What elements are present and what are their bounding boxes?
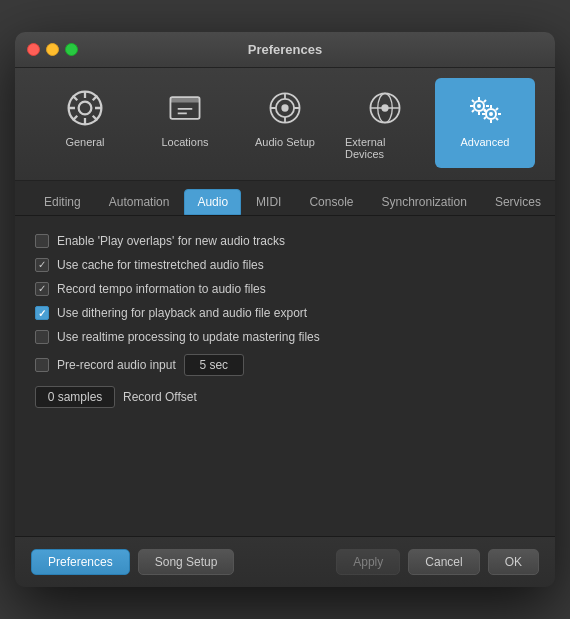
option-row-record-tempo: ✓ Record tempo information to audio file… xyxy=(35,282,535,296)
toolbar-item-external-devices[interactable]: External Devices xyxy=(335,78,435,168)
title-bar: Preferences xyxy=(15,32,555,68)
option-row-use-dithering: ✓ Use dithering for playback and audio f… xyxy=(35,306,535,320)
apply-button[interactable]: Apply xyxy=(336,549,400,575)
record-offset-label: Record Offset xyxy=(123,390,197,404)
option-row-use-cache: ✓ Use cache for timestretched audio file… xyxy=(35,258,535,272)
toolbar-general-label: General xyxy=(65,136,104,148)
tab-automation[interactable]: Automation xyxy=(96,189,183,215)
toolbar-item-locations[interactable]: Locations xyxy=(135,78,235,168)
svg-rect-11 xyxy=(170,97,199,102)
option-row-pre-record: Pre-record audio input xyxy=(35,354,535,376)
label-use-cache: Use cache for timestretched audio files xyxy=(57,258,264,272)
cancel-button[interactable]: Cancel xyxy=(408,549,479,575)
svg-point-26 xyxy=(477,104,481,108)
tab-console[interactable]: Console xyxy=(296,189,366,215)
traffic-lights xyxy=(27,43,78,56)
window-title: Preferences xyxy=(248,42,322,57)
toolbar-item-audio-setup[interactable]: Audio Setup xyxy=(235,78,335,168)
label-record-tempo: Record tempo information to audio files xyxy=(57,282,266,296)
tab-audio[interactable]: Audio xyxy=(184,189,241,215)
bottom-bar: Preferences Song Setup Apply Cancel OK xyxy=(15,536,555,587)
toolbar: General Locations xyxy=(15,68,555,181)
svg-point-1 xyxy=(79,102,92,115)
option-row-play-overlaps: Enable 'Play overlaps' for new audio tra… xyxy=(35,234,535,248)
tab-synchronization[interactable]: Synchronization xyxy=(368,189,479,215)
toolbar-advanced-label: Advanced xyxy=(461,136,510,148)
tab-bar: Editing Automation Audio MIDI Console Sy… xyxy=(15,181,555,216)
preferences-window: Preferences General xyxy=(15,32,555,587)
checkbox-use-dithering[interactable]: ✓ xyxy=(35,306,49,320)
toolbar-item-advanced[interactable]: Advanced xyxy=(435,78,535,168)
checkmark-use-dithering: ✓ xyxy=(38,308,46,319)
general-icon xyxy=(63,86,107,130)
record-offset-row: Record Offset xyxy=(35,386,535,408)
label-play-overlaps: Enable 'Play overlaps' for new audio tra… xyxy=(57,234,285,248)
pre-record-input[interactable] xyxy=(184,354,244,376)
tab-midi[interactable]: MIDI xyxy=(243,189,294,215)
tab-editing[interactable]: Editing xyxy=(31,189,94,215)
maximize-button[interactable] xyxy=(65,43,78,56)
song-setup-button[interactable]: Song Setup xyxy=(138,549,235,575)
label-realtime-processing: Use realtime processing to update master… xyxy=(57,330,320,344)
checkmark-use-cache: ✓ xyxy=(38,260,46,270)
minimize-button[interactable] xyxy=(46,43,59,56)
toolbar-locations-label: Locations xyxy=(161,136,208,148)
svg-point-28 xyxy=(489,112,493,116)
checkbox-play-overlaps[interactable] xyxy=(35,234,49,248)
audio-setup-icon xyxy=(263,86,307,130)
locations-icon xyxy=(163,86,207,130)
toolbar-item-general[interactable]: General xyxy=(35,78,135,168)
close-button[interactable] xyxy=(27,43,40,56)
ok-button[interactable]: OK xyxy=(488,549,539,575)
tab-services[interactable]: Services xyxy=(482,189,554,215)
option-row-realtime-processing: Use realtime processing to update master… xyxy=(35,330,535,344)
label-use-dithering: Use dithering for playback and audio fil… xyxy=(57,306,307,320)
preferences-button[interactable]: Preferences xyxy=(31,549,130,575)
checkmark-record-tempo: ✓ xyxy=(38,284,46,294)
advanced-icon xyxy=(463,86,507,130)
svg-point-16 xyxy=(281,104,288,111)
record-offset-samples-input[interactable] xyxy=(35,386,115,408)
label-pre-record: Pre-record audio input xyxy=(57,358,176,372)
checkbox-realtime-processing[interactable] xyxy=(35,330,49,344)
external-devices-icon xyxy=(363,86,407,130)
toolbar-external-devices-label: External Devices xyxy=(345,136,425,160)
content-area: Enable 'Play overlaps' for new audio tra… xyxy=(15,216,555,536)
checkbox-record-tempo[interactable]: ✓ xyxy=(35,282,49,296)
toolbar-audio-setup-label: Audio Setup xyxy=(255,136,315,148)
checkbox-use-cache[interactable]: ✓ xyxy=(35,258,49,272)
checkbox-pre-record[interactable] xyxy=(35,358,49,372)
